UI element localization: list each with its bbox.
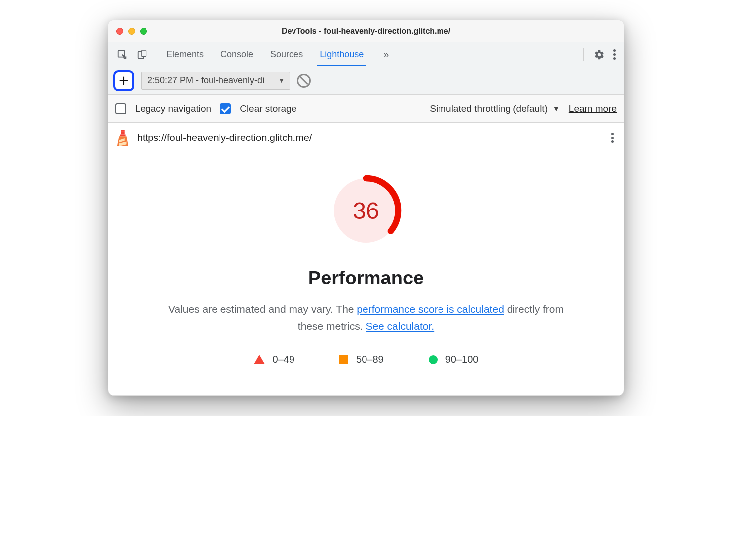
svg-marker-5 [121, 131, 125, 134]
legacy-navigation-label: Legacy navigation [135, 103, 211, 114]
lighthouse-icon [115, 130, 130, 146]
legend-poor: 0–49 [254, 354, 295, 365]
learn-more-link[interactable]: Learn more [569, 103, 617, 114]
throttling-dropdown[interactable]: Simulated throttling (default) ▼ [430, 103, 559, 114]
tab-lighthouse[interactable]: Lighthouse [319, 43, 365, 66]
titlebar: DevTools - foul-heavenly-direction.glitc… [108, 20, 624, 42]
legend-average: 50–89 [339, 354, 384, 365]
report-url: https://foul-heavenly-direction.glitch.m… [137, 132, 601, 143]
inspect-element-icon[interactable] [113, 46, 131, 64]
main-toolbar: Elements Console Sources Lighthouse » [108, 42, 624, 67]
report-body: 36 Performance Values are estimated and … [108, 153, 624, 395]
score-legend: 0–49 50–89 90–100 [158, 354, 574, 365]
clear-storage-label: Clear storage [240, 103, 296, 114]
close-window-button[interactable] [116, 28, 123, 35]
circle-icon [429, 355, 438, 364]
minimize-window-button[interactable] [128, 28, 135, 35]
report-url-bar: https://foul-heavenly-direction.glitch.m… [108, 123, 624, 153]
legend-good: 90–100 [429, 354, 479, 365]
devtools-window: DevTools - foul-heavenly-direction.glitc… [108, 20, 624, 396]
lighthouse-subtoolbar: 2:50:27 PM - foul-heavenly-di [108, 67, 624, 95]
more-tabs-icon[interactable]: » [379, 49, 393, 60]
report-select-dropdown[interactable]: 2:50:27 PM - foul-heavenly-di [141, 72, 290, 90]
square-icon [339, 355, 348, 364]
throttling-label: Simulated throttling (default) [430, 103, 548, 114]
performance-gauge: 36 [329, 173, 403, 248]
settings-gear-icon[interactable] [590, 46, 608, 64]
triangle-icon [254, 355, 265, 364]
device-toolbar-icon[interactable] [133, 46, 151, 64]
zoom-window-button[interactable] [140, 28, 147, 35]
more-options-icon[interactable] [610, 46, 619, 63]
tab-console[interactable]: Console [220, 43, 254, 66]
clear-all-icon[interactable] [297, 74, 311, 88]
traffic-lights [108, 28, 147, 35]
see-calculator-link[interactable]: See calculator. [366, 320, 434, 332]
chevron-down-icon: ▼ [553, 105, 560, 113]
tab-elements[interactable]: Elements [165, 43, 205, 66]
report-menu-icon[interactable] [608, 130, 617, 146]
lighthouse-options-bar: Legacy navigation Clear storage Simulate… [108, 95, 624, 123]
performance-description: Values are estimated and may vary. The p… [158, 301, 574, 334]
legacy-navigation-checkbox[interactable] [115, 103, 126, 114]
score-calculation-link[interactable]: performance score is calculated [357, 303, 504, 315]
performance-score: 36 [329, 173, 403, 248]
window-title: DevTools - foul-heavenly-direction.glitc… [108, 27, 624, 36]
clear-storage-checkbox[interactable] [220, 103, 231, 114]
tab-sources[interactable]: Sources [269, 43, 304, 66]
svg-rect-10 [121, 130, 125, 132]
separator [158, 48, 158, 61]
performance-heading: Performance [158, 268, 574, 289]
svg-rect-2 [142, 50, 146, 56]
svg-marker-6 [120, 134, 125, 136]
panel-tabs: Elements Console Sources Lighthouse » [165, 43, 576, 66]
new-report-button[interactable] [113, 70, 134, 91]
separator [583, 48, 584, 61]
